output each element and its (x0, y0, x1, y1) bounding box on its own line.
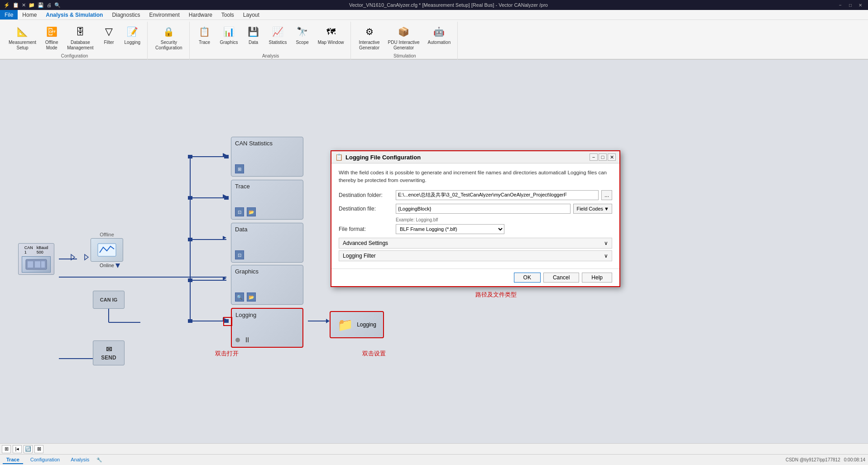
graphics-icon: 📊 (222, 24, 236, 39)
trace-ribbon-label: Trace (199, 40, 210, 45)
btn-measurement-setup[interactable]: 📐 MeasurementSetup (5, 23, 39, 53)
status-tab-trace[interactable]: Trace (3, 456, 23, 464)
btn-automation[interactable]: 🤖 Automation (425, 23, 454, 47)
menu-layout[interactable]: Layout (239, 10, 264, 19)
trace-ribbon-icon: 📋 (197, 24, 212, 39)
window-controls: − □ ✕ (836, 1, 864, 9)
destination-file-label: Destination file: (339, 206, 393, 212)
interactive-gen-icon: ⚙ (362, 24, 377, 39)
toolbar-icon4[interactable]: ⊠ (34, 445, 43, 453)
menu-analysis[interactable]: Analysis & Simulation (41, 10, 107, 19)
btn-map-window[interactable]: 🗺 Map Window (315, 23, 347, 47)
cancel-button[interactable]: Cancel (543, 273, 579, 283)
title-bar-icons: ⚡ 📋 ✕ 📁 💾 🖨 🔍 (4, 2, 61, 8)
ribbon-group-configuration: 📐 MeasurementSetup 📴 OfflineMode 🗄 Datab… (2, 22, 148, 60)
analysis-buttons: 📋 Trace 📊 Graphics 💾 Data 📈 Statistics 🔭 (194, 22, 347, 53)
measurement-setup-label: MeasurementSetup (9, 40, 36, 51)
advanced-settings-section: Advanced Settings ∨ (339, 238, 612, 249)
csdn-text: CSDN @tiy9127/pp177812 (786, 457, 840, 462)
btn-offline-mode[interactable]: 📴 OfflineMode (41, 23, 62, 53)
menu-diagnostics[interactable]: Diagnostics (107, 10, 144, 19)
example-text: Example: Logging.blf (396, 217, 612, 222)
stimulation-group-label: Stimulation (393, 53, 416, 59)
dialog-footer: OK Cancel Help (331, 268, 619, 286)
menu-environment[interactable]: Environment (144, 10, 184, 19)
clock-time: 0:00:08:14 (844, 457, 865, 462)
file-format-select[interactable]: BLF Frame Logging (*.blf) MDF Logging (*… (396, 224, 504, 234)
field-codes-label: Field Codes (576, 206, 603, 211)
dialog-restore[interactable]: □ (599, 153, 607, 161)
menu-hardware[interactable]: Hardware (184, 10, 217, 19)
maximize-btn[interactable]: □ (846, 1, 854, 9)
logging-icon: 📝 (125, 24, 139, 39)
bottom-toolbar: ⊞ |◂ 🔃 ⊠ (0, 443, 868, 454)
dialog-overlay: 📋 Logging File Configuration − □ ✕ With … (0, 60, 868, 443)
btn-trace[interactable]: 📋 Trace (194, 23, 215, 47)
ribbon: 📐 MeasurementSetup 📴 OfflineMode 🗄 Datab… (0, 20, 868, 60)
minimize-btn[interactable]: − (836, 1, 844, 9)
config-icon-small: 🔧 (96, 457, 102, 462)
map-window-label: Map Window (318, 40, 344, 45)
destination-file-input[interactable] (396, 204, 571, 214)
interactive-gen-label: InteractiveGenerator (359, 40, 379, 51)
btn-database-management[interactable]: 🗄 DatabaseManagement (64, 23, 96, 53)
canvas-area: CAN1 kBaud500 Offline Online CAN IG ✉ (0, 60, 868, 443)
toolbar-pin[interactable]: 📋 (13, 2, 19, 8)
offline-mode-label: OfflineMode (45, 40, 58, 51)
data-icon: 💾 (246, 24, 261, 39)
scope-label: Scope (296, 40, 308, 45)
logging-filter-label: Logging Filter (343, 253, 376, 259)
statistics-icon: 📈 (271, 24, 285, 39)
annotation-path-file-type: 路径及文件类型 (475, 291, 517, 299)
field-codes-button[interactable]: Field Codes ▼ (573, 204, 612, 214)
dialog-minimize[interactable]: − (590, 153, 598, 161)
ok-button[interactable]: OK (514, 273, 541, 283)
btn-statistics[interactable]: 📈 Statistics (266, 23, 290, 47)
configuration-buttons: 📐 MeasurementSetup 📴 OfflineMode 🗄 Datab… (5, 22, 144, 53)
btn-data[interactable]: 💾 Data (243, 23, 264, 47)
status-tab-analysis[interactable]: Analysis (67, 456, 93, 464)
toolbar-icon1[interactable]: ⊞ (2, 445, 11, 453)
automation-label: Automation (428, 40, 451, 45)
ribbon-group-analysis: 📋 Trace 📊 Graphics 💾 Data 📈 Statistics 🔭 (191, 22, 351, 60)
measurement-setup-icon: 📐 (15, 24, 30, 39)
btn-scope[interactable]: 🔭 Scope (292, 23, 313, 47)
toolbar-open[interactable]: 📁 (29, 2, 35, 8)
btn-interactive-generator[interactable]: ⚙ InteractiveGenerator (355, 23, 383, 53)
logging-dialog: 📋 Logging File Configuration − □ ✕ With … (331, 150, 620, 287)
destination-folder-input[interactable] (396, 190, 599, 200)
status-tab-configuration[interactable]: Configuration (27, 456, 63, 464)
window-title: Vector_VN1610_CanAlyzer.cfg * [Measureme… (61, 2, 836, 8)
btn-logging[interactable]: 📝 Logging (121, 23, 144, 47)
browse-button[interactable]: ... (601, 190, 612, 200)
config-group-label: Configuration (61, 53, 88, 59)
analysis-group-label: Analysis (262, 53, 279, 59)
offline-mode-icon: 📴 (44, 24, 59, 39)
help-button[interactable]: Help (582, 273, 612, 283)
advanced-settings-header[interactable]: Advanced Settings ∨ (339, 238, 612, 248)
security-config-icon: 🔒 (162, 24, 176, 39)
btn-graphics[interactable]: 📊 Graphics (217, 23, 241, 47)
window-close-btn[interactable]: ✕ (856, 1, 864, 9)
toolbar-icon3[interactable]: 🔃 (24, 445, 33, 453)
toolbar-find[interactable]: 🔍 (54, 2, 61, 8)
menu-home[interactable]: Home (18, 10, 41, 19)
dialog-body: With the field codes it is possible to g… (331, 163, 619, 268)
map-window-icon: 🗺 (324, 24, 338, 39)
filter-icon: ▽ (102, 24, 116, 39)
database-mgmt-label: DatabaseManagement (67, 40, 93, 51)
logging-filter-header[interactable]: Logging Filter ∨ (339, 251, 612, 261)
toolbar-close[interactable]: ✕ (22, 2, 26, 8)
toolbar-save[interactable]: 💾 (38, 2, 44, 8)
menu-tools[interactable]: Tools (217, 10, 239, 19)
graphics-label: Graphics (220, 40, 238, 45)
menu-file[interactable]: File (0, 10, 18, 19)
btn-pdu-generator[interactable]: 📦 PDU InteractiveGenerator (385, 23, 423, 53)
menu-bar: File Home Analysis & Simulation Diagnost… (0, 10, 868, 20)
toolbar-print[interactable]: 🖨 (47, 2, 52, 8)
toolbar-icon2[interactable]: |◂ (13, 445, 22, 453)
filter-label: Filter (104, 40, 114, 45)
btn-security-config[interactable]: 🔒 SecurityConfiguration (152, 23, 185, 53)
btn-filter[interactable]: ▽ Filter (99, 23, 120, 47)
dialog-close[interactable]: ✕ (608, 153, 616, 161)
